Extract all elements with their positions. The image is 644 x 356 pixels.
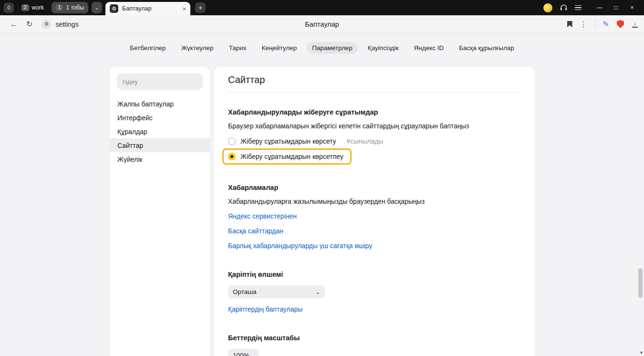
pen-icon[interactable]: ✎ <box>603 20 609 29</box>
radio-checked-icon[interactable] <box>228 153 236 160</box>
radio-hide-requests-label[interactable]: Жіберу сұратымдарын көрсетпеу <box>240 153 343 160</box>
tab-downloads[interactable]: Жүктеулер <box>176 42 219 54</box>
address-bar-text[interactable]: settings <box>55 21 78 28</box>
window-close-button[interactable]: × <box>624 0 640 15</box>
settings-nav-tabs: Бетбелгілер Жүктеулер Тарих Кеңейтулер П… <box>0 33 644 54</box>
browser-menu-icon[interactable] <box>575 5 582 10</box>
refresh-icon[interactable]: ↻ <box>22 20 37 29</box>
notifications-heading: Хабарламалар <box>228 184 521 191</box>
toolbar-page-title: Баптаулар <box>305 21 339 28</box>
settings-favicon-gear-icon: ⚙ <box>110 4 118 13</box>
page-scale-heading: Беттердің масштабы <box>228 334 521 342</box>
tab-settings[interactable]: Параметрлер <box>307 42 358 54</box>
tab-security[interactable]: Қауіпсіздік <box>363 42 404 54</box>
download-icon[interactable]: ↓ <box>632 21 638 28</box>
scrollbar-thumb[interactable] <box>638 268 643 298</box>
settings-page: Бетбелгілер Жүктеулер Тарих Кеңейтулер П… <box>0 33 644 356</box>
radio-show-requests-label: Жіберу сұратымдарын көрсету <box>240 137 336 145</box>
notifications-description: Хабарландыруларға жазылымыңызды браузерд… <box>228 198 521 205</box>
sidebar-item-interface[interactable]: Интерфейс <box>110 111 210 125</box>
font-size-select[interactable]: Орташа ⌄ <box>228 285 325 298</box>
bookmark-icon[interactable] <box>567 21 572 28</box>
search-input[interactable] <box>117 73 203 90</box>
tab-bar: 0 2 work 1 1 тобы ⌄ ⚙ Баптаулар × + — □ <box>0 0 644 15</box>
link-font-settings[interactable]: Қаріптердің баптаулары <box>228 305 302 313</box>
tab-group-toby-count: 1 <box>56 4 63 11</box>
chevron-down-icon: ⌄ <box>254 352 259 356</box>
link-yandex-services[interactable]: Яндекс сервистерінен <box>228 212 297 220</box>
link-mute-all-3h[interactable]: Барлық хабарландыруларды үш сағатқа өшір… <box>228 242 372 250</box>
highlight-annotation-box: Жіберу сұратымдарын көрсетпеу <box>222 148 352 165</box>
active-tab-settings[interactable]: ⚙ Баптаулар × <box>105 2 190 15</box>
tab-history[interactable]: Тарих <box>224 42 252 54</box>
notification-requests-description: Браузер хабарламаларын жібергісі келетін… <box>228 122 521 130</box>
profile-avatar[interactable] <box>543 3 552 12</box>
sidebar-item-tools[interactable]: Құралдар <box>110 125 210 138</box>
sidebar-item-general[interactable]: Жалпы баптаулар <box>110 97 210 111</box>
recommended-hint: Ұсынылады <box>347 137 384 145</box>
settings-sidebar: Жалпы баптаулар Интерфейс Құралдар Сайтт… <box>110 67 210 356</box>
notification-requests-heading: Хабарландыруларды жіберуге сұратымдар <box>228 108 521 116</box>
page-scale-select-value: 100% <box>233 352 249 356</box>
font-size-select-value: Орташа <box>233 288 311 295</box>
tab-group-work-label: work <box>32 4 44 11</box>
tab-counter-badge[interactable]: 0 <box>4 3 14 13</box>
protect-shield-icon[interactable] <box>617 20 624 28</box>
link-other-sites[interactable]: Басқа сайттардан <box>228 227 283 235</box>
page-title: Сайттар <box>228 67 521 93</box>
page-scale-select[interactable]: 100% ⌄ <box>228 349 259 356</box>
window-minimize-button[interactable]: — <box>592 0 608 15</box>
settings-content: Сайттар Хабарландыруларды жіберуге сұрат… <box>214 67 535 356</box>
tab-close-icon[interactable]: × <box>182 5 186 12</box>
back-icon[interactable]: ← <box>6 20 22 29</box>
tab-group-toby-label: 1 тобы <box>66 4 84 11</box>
site-favicon-icon: ⚙ <box>42 20 51 29</box>
tab-other-devices[interactable]: Басқа құрылғылар <box>454 42 519 54</box>
sidebar-item-system[interactable]: Жүйелік <box>110 152 210 166</box>
headset-icon[interactable] <box>560 4 568 11</box>
tab-group-toby[interactable]: 1 1 тобы <box>52 2 88 13</box>
tab-group-chevron-button[interactable]: ⌄ <box>92 2 102 13</box>
browser-toolbar: ← ↻ ⚙ settings Баптаулар ⋮ ✎ ↓ <box>0 15 644 33</box>
chevron-down-icon: ⌄ <box>315 289 320 295</box>
window-maximize-button[interactable]: □ <box>608 0 624 15</box>
font-size-heading: Қаріптің өлшемі <box>228 271 521 278</box>
chevron-down-icon: ⌄ <box>94 4 99 11</box>
tab-bookmarks[interactable]: Бетбелгілер <box>125 42 171 54</box>
active-tab-title: Баптаулар <box>122 5 178 12</box>
new-tab-button[interactable]: + <box>195 2 206 13</box>
radio-unchecked-icon[interactable] <box>228 137 236 145</box>
tab-group-work-count: 2 <box>21 4 29 11</box>
toolbar-separator <box>595 20 595 29</box>
tab-yandex-id[interactable]: Яндекс ID <box>409 42 449 54</box>
tab-group-work[interactable]: 2 work <box>17 2 48 13</box>
sidebar-item-sites[interactable]: Сайттар <box>110 138 210 152</box>
more-options-icon[interactable]: ⋮ <box>580 20 587 29</box>
scrollbar-down-arrow[interactable]: ▾ <box>640 350 643 355</box>
tab-extensions[interactable]: Кеңейтулер <box>257 42 302 54</box>
radio-show-requests[interactable]: Жіберу сұратымдарын көрсету Ұсынылады <box>228 137 521 145</box>
